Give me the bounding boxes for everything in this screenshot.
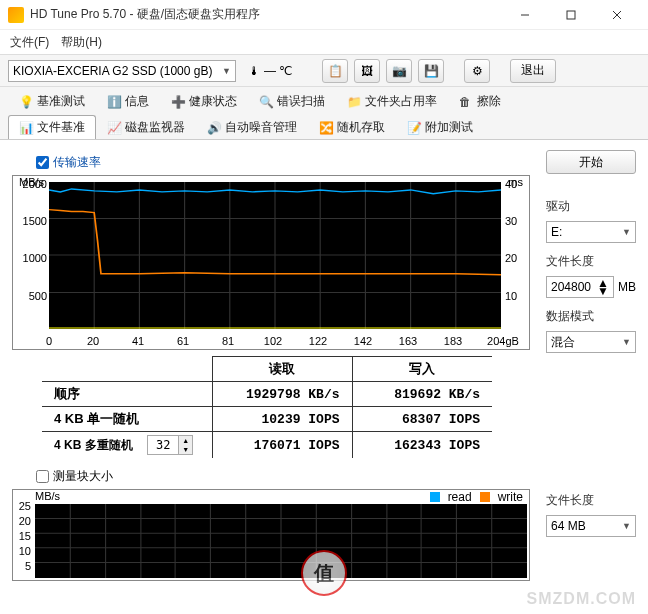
tab-disk-monitor[interactable]: 📈磁盘监视器 [96,115,196,139]
file-benchmark-icon: 📊 [19,121,33,135]
menubar: 文件(F) 帮助(H) [0,30,648,54]
tab-aam[interactable]: 🔊自动噪音管理 [196,115,308,139]
tab-info[interactable]: ℹ️信息 [96,89,160,113]
multi-queue-input[interactable] [148,438,178,452]
watermark-badge: 值 [301,550,347,596]
menu-help[interactable]: 帮助(H) [61,34,102,51]
file-length-label: 文件长度 [546,253,636,270]
maximize-button[interactable] [548,0,594,30]
info-icon: ℹ️ [107,95,121,109]
random-icon: 🔀 [319,121,333,135]
close-button[interactable] [594,0,640,30]
svg-rect-1 [567,11,575,19]
options-button[interactable]: ⚙ [464,59,490,83]
camera-icon: 📷 [392,64,407,78]
spinner-down-icon[interactable]: ▼ [179,445,192,454]
screenshot-button[interactable]: 📷 [386,59,412,83]
table-row: 4 KB 单一随机 10239 IOPS 68307 IOPS [42,407,492,432]
image-icon: 🖼 [361,64,373,78]
toolbar: KIOXIA-EXCERIA G2 SSD (1000 gB) ▼ 🌡 — ℃ … [0,55,648,87]
file-length-2-label: 文件长度 [546,492,636,509]
drive-field[interactable]: E: ▼ [546,221,636,243]
chevron-down-icon: ▼ [622,337,631,347]
chevron-down-icon: ▼ [222,66,231,76]
menu-file[interactable]: 文件(F) [10,34,49,51]
legend-write-swatch [480,492,490,502]
temperature-display: 🌡 — ℃ [242,62,298,80]
tab-extra-tests[interactable]: 📝附加测试 [396,115,484,139]
thermometer-icon: 🌡 [248,64,260,78]
monitor-icon: 📈 [107,121,121,135]
copy-icon: 📋 [328,64,343,78]
watermark-text: SMZDM.COM [527,590,636,608]
block-size-chart: MB/s read write 25 20 15 10 5 [12,489,530,581]
sound-icon: 🔊 [207,121,221,135]
spinner-up-icon[interactable]: ▲ [179,436,192,445]
chevron-down-icon: ▼ [622,521,631,531]
scan-icon: 🔍 [259,95,273,109]
legend-read-swatch [430,492,440,502]
temperature-value: — ℃ [264,64,292,78]
spinner-down-icon[interactable]: ▼ [597,287,609,295]
block-size-checkbox[interactable]: 测量块大小 [36,468,530,485]
transfer-rate-checkbox[interactable]: 传输速率 [36,154,530,171]
tab-health[interactable]: ➕健康状态 [160,89,248,113]
folder-icon: 📁 [347,95,361,109]
erase-icon: 🗑 [459,95,473,109]
exit-button[interactable]: 退出 [510,59,556,83]
data-mode-field[interactable]: 混合 ▼ [546,331,636,353]
block-size-checkbox-input[interactable] [36,470,49,483]
save-icon: 💾 [424,64,439,78]
table-row: 顺序 1929798 KB/s 819692 KB/s [42,382,492,407]
minimize-button[interactable] [502,0,548,30]
window-title: HD Tune Pro 5.70 - 硬盘/固态硬盘实用程序 [30,6,502,23]
transfer-rate-checkbox-input[interactable] [36,156,49,169]
tab-strip: 💡基准测试 ℹ️信息 ➕健康状态 🔍错误扫描 📁文件夹占用率 🗑擦除 📊文件基准… [0,87,648,140]
save-button[interactable]: 💾 [418,59,444,83]
drive-select-value: KIOXIA-EXCERIA G2 SSD (1000 gB) [13,64,212,78]
tab-file-benchmark[interactable]: 📊文件基准 [8,115,96,139]
data-mode-label: 数据模式 [546,308,636,325]
multi-queue-spinner[interactable]: ▲▼ [147,435,193,455]
extra-icon: 📝 [407,121,421,135]
gear-icon: ⚙ [472,64,483,78]
tab-benchmark[interactable]: 💡基准测试 [8,89,96,113]
copy-info-button[interactable]: 📋 [322,59,348,83]
benchmark-icon: 💡 [19,95,33,109]
app-icon [8,7,24,23]
drive-select[interactable]: KIOXIA-EXCERIA G2 SSD (1000 gB) ▼ [8,60,236,82]
tab-erase[interactable]: 🗑擦除 [448,89,512,113]
file-length-field[interactable]: 204800 ▲▼ [546,276,614,298]
chevron-down-icon: ▼ [622,227,631,237]
table-row: 4 KB 多重随机 ▲▼ 176071 IOPS 162343 IOPS [42,432,492,459]
transfer-rate-chart: MB/s ms 2000 1500 1000 [12,175,530,350]
file-length-2-field[interactable]: 64 MB ▼ [546,515,636,537]
results-table: 读取 写入 顺序 1929798 KB/s 819692 KB/s 4 KB 单… [42,356,492,458]
drive-label: 驱动 [546,198,636,215]
start-button[interactable]: 开始 [546,150,636,174]
titlebar: HD Tune Pro 5.70 - 硬盘/固态硬盘实用程序 [0,0,648,30]
tab-random-access[interactable]: 🔀随机存取 [308,115,396,139]
health-icon: ➕ [171,95,185,109]
tab-error-scan[interactable]: 🔍错误扫描 [248,89,336,113]
copy-screenshot-button[interactable]: 🖼 [354,59,380,83]
chart2-unit: MB/s [35,490,60,502]
tab-folder-usage[interactable]: 📁文件夹占用率 [336,89,448,113]
